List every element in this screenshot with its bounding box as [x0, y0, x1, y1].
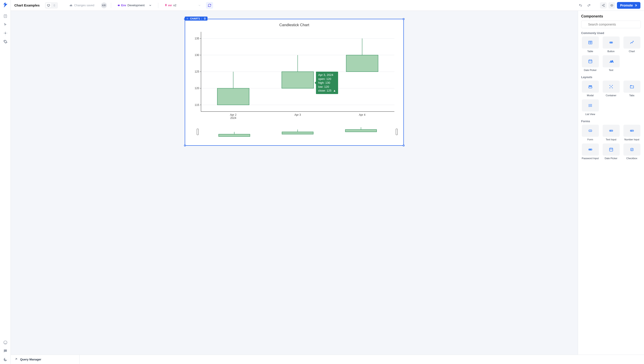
- component-list-view[interactable]: List View: [581, 99, 599, 115]
- bottom-bar: Query Manager: [11, 354, 644, 364]
- preview-button[interactable]: [608, 2, 615, 9]
- svg-rect-44: [346, 55, 378, 72]
- svg-point-3: [4, 33, 6, 34]
- svg-rect-75: [630, 86, 634, 88]
- app-logo[interactable]: [2, 2, 8, 8]
- brush-handle-right[interactable]: [396, 129, 398, 135]
- svg-rect-69: [588, 87, 592, 88]
- svg-rect-96: [609, 148, 613, 151]
- chat-icon[interactable]: [3, 349, 8, 353]
- cursor-icon[interactable]: [3, 22, 8, 27]
- trash-icon[interactable]: [204, 17, 206, 20]
- redo-button[interactable]: [586, 2, 592, 9]
- expand-panel-button[interactable]: [14, 357, 18, 362]
- svg-point-93: [590, 149, 590, 150]
- svg-point-19: [187, 18, 188, 19]
- component-chart[interactable]: Chart: [623, 37, 641, 53]
- top-bar: Chart Examples Changes saved KR Env Deve…: [11, 0, 644, 11]
- chart-tooltip: Apr 3, 2024 open: 120 high: 130 low: 120…: [316, 72, 338, 94]
- section-label-common: Commonly Used: [581, 31, 641, 35]
- user-avatar[interactable]: KR: [101, 3, 107, 8]
- env-selector[interactable]: Env Development: [115, 2, 154, 8]
- chevron-down-icon: [198, 4, 201, 7]
- svg-rect-78: [588, 105, 590, 106]
- component-modal[interactable]: Modal: [581, 81, 599, 97]
- query-manager-label[interactable]: Query Manager: [20, 358, 41, 361]
- svg-rect-79: [588, 106, 590, 107]
- brush-handle-left[interactable]: [197, 129, 198, 135]
- version-selector[interactable]: ver v2: [162, 2, 203, 8]
- gear-icon[interactable]: [186, 17, 189, 20]
- svg-rect-38: [217, 88, 249, 105]
- resize-handle-br[interactable]: [403, 145, 404, 146]
- svg-rect-76: [630, 85, 632, 86]
- component-button[interactable]: Button: [602, 37, 620, 53]
- debug-icon[interactable]: [3, 31, 8, 35]
- svg-text:Apr 3: Apr 3: [294, 113, 301, 116]
- svg-point-60: [611, 42, 611, 43]
- component-tabs[interactable]: Tabs: [623, 81, 641, 97]
- chevron-right-icon: [634, 4, 637, 7]
- cloud-icon: [70, 4, 73, 7]
- undo-button[interactable]: [577, 2, 584, 9]
- refresh-button[interactable]: [206, 2, 213, 9]
- svg-text:1: 1: [631, 130, 632, 131]
- support-icon[interactable]: [3, 340, 8, 345]
- svg-text:Apr 2: Apr 2: [230, 113, 236, 116]
- svg-point-71: [612, 85, 613, 86]
- component-checkbox[interactable]: Checkbox: [623, 143, 641, 160]
- svg-rect-12: [118, 5, 120, 6]
- svg-text:115: 115: [194, 103, 199, 107]
- component-number-input[interactable]: 1Number Input: [623, 125, 641, 141]
- svg-rect-50: [282, 132, 313, 134]
- svg-point-14: [602, 5, 603, 6]
- chart-range-brush[interactable]: [190, 123, 399, 141]
- svg-rect-48: [219, 134, 250, 136]
- component-date-picker[interactable]: Date Picker: [581, 55, 599, 71]
- section-label-layouts: Layouts: [581, 75, 641, 79]
- search-input[interactable]: [581, 21, 641, 28]
- left-nav-rail: [0, 0, 11, 364]
- component-badge[interactable]: CHART1 |: [185, 17, 208, 21]
- component-text[interactable]: AAText: [602, 55, 620, 71]
- theme-icon[interactable]: [3, 357, 8, 362]
- svg-text:Apr 4: Apr 4: [359, 113, 366, 116]
- svg-point-70: [609, 85, 610, 86]
- svg-rect-77: [588, 104, 590, 105]
- share-button[interactable]: [600, 2, 607, 9]
- device-toggle: [45, 2, 58, 9]
- svg-rect-82: [590, 106, 592, 107]
- pages-icon[interactable]: [3, 14, 8, 18]
- svg-point-18: [611, 5, 612, 6]
- component-container[interactable]: Container: [602, 81, 620, 97]
- resize-handle-tr[interactable]: [403, 18, 404, 20]
- canvas-area[interactable]: CHART1 | Candlestick Chart 1151201251301: [11, 11, 578, 354]
- desktop-view-button[interactable]: [46, 3, 51, 8]
- svg-rect-81: [590, 105, 592, 106]
- svg-text:130: 130: [194, 54, 199, 57]
- svg-rect-52: [345, 130, 376, 132]
- component-date-picker-form[interactable]: Date Picker: [602, 143, 620, 160]
- svg-point-94: [590, 149, 591, 150]
- svg-text:135: 135: [194, 37, 199, 40]
- settings-icon[interactable]: [3, 39, 8, 44]
- svg-rect-62: [588, 60, 592, 63]
- component-form[interactable]: Form: [581, 125, 599, 141]
- chevron-down-icon: [149, 4, 152, 7]
- svg-point-61: [612, 42, 612, 43]
- panel-heading: Components: [581, 14, 641, 18]
- svg-rect-74: [611, 86, 612, 87]
- svg-text:125: 125: [194, 70, 199, 73]
- svg-text:120: 120: [194, 87, 199, 90]
- page-title: Chart Examples: [14, 3, 40, 7]
- component-table[interactable]: Table: [581, 37, 599, 53]
- promote-button[interactable]: Promote: [617, 2, 640, 9]
- section-label-forms: Forms: [581, 120, 641, 123]
- component-password-input[interactable]: Password Input: [581, 143, 599, 160]
- chart-component[interactable]: Candlestick Chart 115120125130135Apr 2Ap…: [185, 19, 404, 146]
- chart-plot[interactable]: 115120125130135Apr 2Apr 3Apr 42024: [190, 30, 399, 121]
- component-text-input[interactable]: TText Input: [602, 125, 620, 141]
- resize-handle-bl[interactable]: [184, 145, 186, 146]
- svg-point-13: [604, 4, 605, 5]
- mobile-view-button[interactable]: [52, 3, 57, 8]
